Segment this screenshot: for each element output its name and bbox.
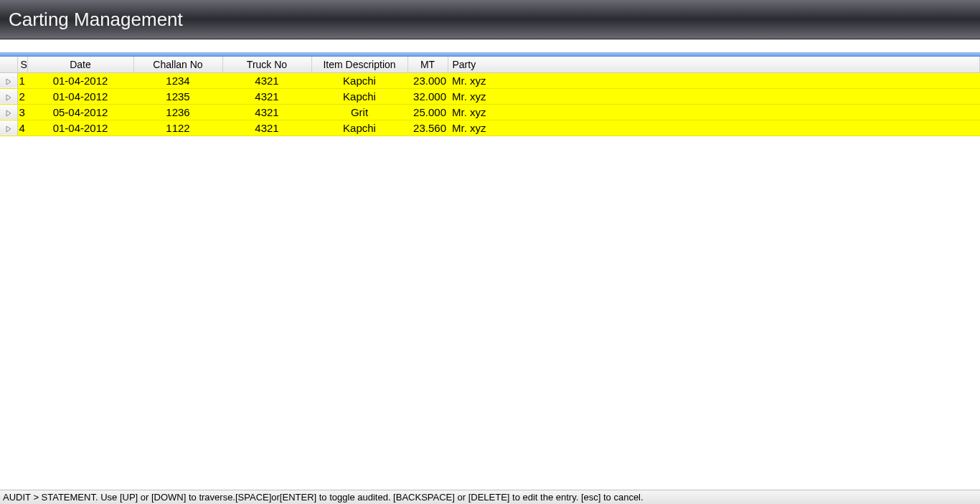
column-header-sr[interactable]: Sr. <box>17 57 27 72</box>
cell-item[interactable]: Grit <box>311 104 407 120</box>
column-header-row: Sr. Date Challan No Truck No Item Descri… <box>0 57 980 72</box>
cell-mt[interactable]: 32.000 <box>407 88 448 104</box>
data-grid-container: Sr. Date Challan No Truck No Item Descri… <box>0 57 980 490</box>
cell-sr[interactable]: 1 <box>17 72 27 88</box>
cell-truck[interactable]: 4321 <box>222 104 311 120</box>
column-header-indicator[interactable] <box>0 57 17 72</box>
cell-item[interactable]: Kapchi <box>311 120 407 135</box>
cell-date[interactable]: 01-04-2012 <box>27 120 133 135</box>
column-header-date[interactable]: Date <box>27 57 133 72</box>
row-indicator[interactable] <box>0 88 17 104</box>
triangle-right-icon <box>6 125 11 133</box>
cell-sr[interactable]: 2 <box>17 88 27 104</box>
cell-party[interactable]: Mr. xyz <box>448 120 980 135</box>
table-row[interactable]: 101-04-201212344321Kapchi23.000Mr. xyz <box>0 72 980 88</box>
cell-challan[interactable]: 1236 <box>133 104 222 120</box>
status-bar: AUDIT > STATEMENT. Use [UP] or [DOWN] to… <box>0 490 980 504</box>
cell-truck[interactable]: 4321 <box>222 120 311 135</box>
column-header-item[interactable]: Item Description <box>311 57 407 72</box>
table-row[interactable]: 401-04-201211224321Kapchi23.560Mr. xyz <box>0 120 980 135</box>
cell-challan[interactable]: 1234 <box>133 72 222 88</box>
cell-mt[interactable]: 23.000 <box>407 72 448 88</box>
table-row[interactable]: 201-04-201212354321Kapchi32.000Mr. xyz <box>0 88 980 104</box>
cell-item[interactable]: Kapchi <box>311 72 407 88</box>
triangle-right-icon <box>6 78 11 85</box>
cell-mt[interactable]: 23.560 <box>407 120 448 135</box>
column-header-party[interactable]: Party <box>448 57 980 72</box>
cell-sr[interactable]: 4 <box>17 120 27 135</box>
column-header-mt[interactable]: MT <box>407 57 448 72</box>
row-indicator[interactable] <box>0 72 17 88</box>
cell-date[interactable]: 01-04-2012 <box>27 88 133 104</box>
cell-truck[interactable]: 4321 <box>222 72 311 88</box>
app-title: Carting Management <box>9 9 183 31</box>
cell-truck[interactable]: 4321 <box>222 88 311 104</box>
header-gap <box>0 39 980 52</box>
row-indicator[interactable] <box>0 104 17 120</box>
cell-party[interactable]: Mr. xyz <box>448 104 980 120</box>
triangle-right-icon <box>6 110 11 117</box>
cell-date[interactable]: 05-04-2012 <box>27 104 133 120</box>
cell-sr[interactable]: 3 <box>17 104 27 120</box>
row-indicator[interactable] <box>0 120 17 135</box>
app-header: Carting Management <box>0 0 980 39</box>
cell-item[interactable]: Kapchi <box>311 88 407 104</box>
table-row[interactable]: 305-04-201212364321Grit25.000Mr. xyz <box>0 104 980 120</box>
column-header-truck[interactable]: Truck No <box>222 57 311 72</box>
cell-date[interactable]: 01-04-2012 <box>27 72 133 88</box>
cell-mt[interactable]: 25.000 <box>407 104 448 120</box>
cell-challan[interactable]: 1122 <box>133 120 222 135</box>
cell-party[interactable]: Mr. xyz <box>448 88 980 104</box>
column-header-challan[interactable]: Challan No <box>133 57 222 72</box>
status-text: AUDIT > STATEMENT. Use [UP] or [DOWN] to… <box>3 492 644 503</box>
cell-challan[interactable]: 1235 <box>133 88 222 104</box>
cell-party[interactable]: Mr. xyz <box>448 72 980 88</box>
triangle-right-icon <box>6 94 11 101</box>
data-grid[interactable]: Sr. Date Challan No Truck No Item Descri… <box>0 57 980 136</box>
